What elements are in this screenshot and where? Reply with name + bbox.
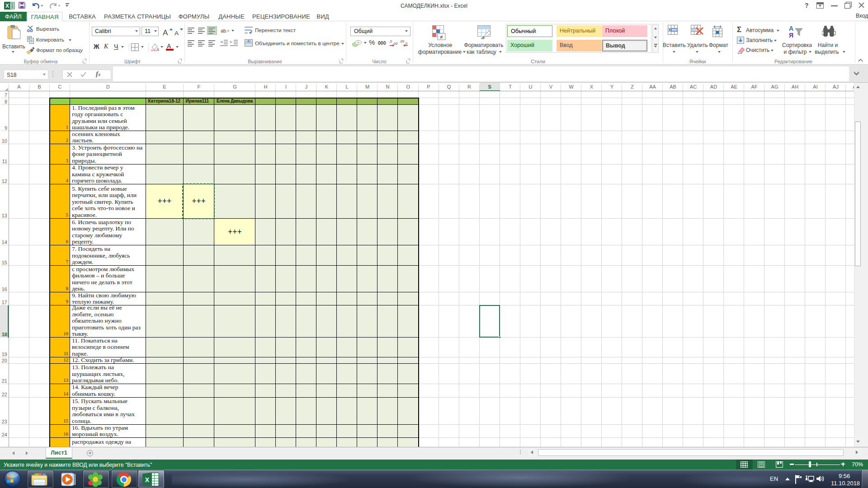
svg-text:,00: ,00 xyxy=(400,39,404,43)
svg-text:X: X xyxy=(5,3,9,9)
svg-text:X: X xyxy=(145,476,150,483)
svg-text:А: А xyxy=(789,25,793,32)
svg-text:Я: Я xyxy=(789,32,793,39)
svg-text:,0: ,0 xyxy=(389,39,392,43)
svg-text:А: А xyxy=(163,28,168,36)
svg-text:,0: ,0 xyxy=(405,42,407,46)
svg-text:≠: ≠ xyxy=(440,34,443,40)
svg-text:А: А xyxy=(175,30,179,36)
svg-text:ab: ab xyxy=(221,28,226,33)
